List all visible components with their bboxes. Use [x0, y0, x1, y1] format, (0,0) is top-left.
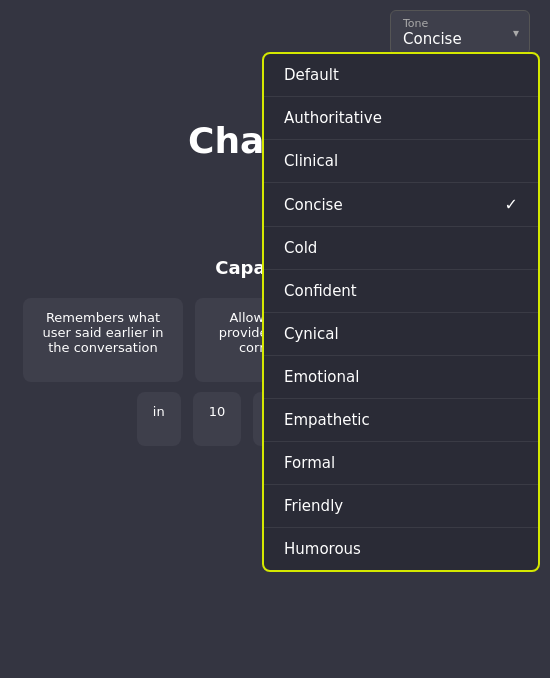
dropdown-item-confident[interactable]: Confident — [264, 270, 538, 313]
dropdown-item-label: Default — [284, 66, 339, 84]
list-item: Remembers what user said earlier in the … — [23, 298, 183, 382]
dropdown-item-label: Confident — [284, 282, 357, 300]
dropdown-item-humorous[interactable]: Humorous — [264, 528, 538, 570]
dropdown-item-authoritative[interactable]: Authoritative — [264, 97, 538, 140]
dropdown-item-label: Cynical — [284, 325, 339, 343]
dropdown-item-clinical[interactable]: Clinical — [264, 140, 538, 183]
list-item: in — [137, 392, 181, 446]
dropdown-item-emotional[interactable]: Emotional — [264, 356, 538, 399]
dropdown-item-label: Clinical — [284, 152, 338, 170]
tone-selected-value: Concise — [403, 30, 462, 48]
dropdown-item-label: Humorous — [284, 540, 361, 558]
list-item: 10 — [193, 392, 242, 446]
dropdown-item-label: Formal — [284, 454, 335, 472]
dropdown-item-default[interactable]: Default — [264, 54, 538, 97]
tone-selector[interactable]: Tone Concise ▾ — [390, 10, 530, 55]
chevron-down-icon: ▾ — [513, 26, 519, 40]
dropdown-item-friendly[interactable]: Friendly — [264, 485, 538, 528]
checkmark-icon: ✓ — [505, 195, 518, 214]
dropdown-item-cold[interactable]: Cold — [264, 227, 538, 270]
dropdown-item-label: Authoritative — [284, 109, 382, 127]
dropdown-item-label: Friendly — [284, 497, 343, 515]
dropdown-item-label: Cold — [284, 239, 317, 257]
dropdown-item-label: Emotional — [284, 368, 359, 386]
tone-dropdown-menu: DefaultAuthoritativeClinicalConcise✓Cold… — [262, 52, 540, 572]
dropdown-item-empathetic[interactable]: Empathetic — [264, 399, 538, 442]
dropdown-item-cynical[interactable]: Cynical — [264, 313, 538, 356]
dropdown-item-concise[interactable]: Concise✓ — [264, 183, 538, 227]
dropdown-item-label: Empathetic — [284, 411, 370, 429]
tone-label: Tone — [403, 17, 428, 30]
dropdown-item-formal[interactable]: Formal — [264, 442, 538, 485]
dropdown-item-label: Concise — [284, 196, 343, 214]
